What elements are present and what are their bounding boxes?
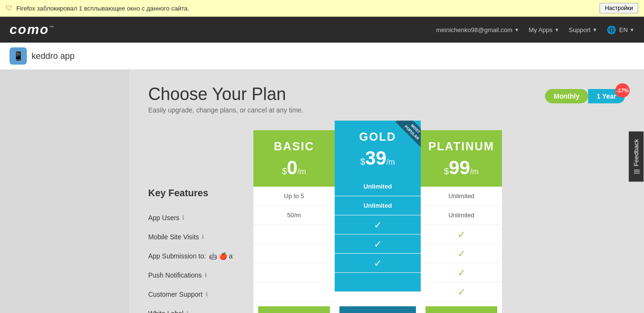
platinum-price: $ 99 /m xyxy=(426,158,497,177)
globe-icon: 🌐 xyxy=(607,25,616,34)
plan-columns: BASIC $ 0 /m Up to 5 50/m xyxy=(253,130,502,313)
customer-support-info-icon[interactable]: ℹ xyxy=(206,291,208,298)
discount-badge: -17% xyxy=(615,83,630,98)
gold-cell-4: ✓ xyxy=(335,254,421,273)
basic-price: $ 0 /m xyxy=(258,158,330,177)
basic-period: /m xyxy=(297,168,306,176)
feature-row-white-label: White Label ℹ xyxy=(148,304,253,313)
gold-amount: 39 xyxy=(365,148,387,168)
feature-row-app-users: App Users ℹ xyxy=(148,208,253,227)
feedback-icon: ||| xyxy=(633,169,640,174)
basic-cell-3 xyxy=(253,244,335,263)
platinum-cell-5: ✓ xyxy=(421,282,502,302)
amazon-icon: a xyxy=(229,252,233,260)
platinum-amount: 99 xyxy=(449,158,470,177)
platinum-plan-name: PLATINUM xyxy=(426,140,497,153)
white-label-info-icon[interactable]: ℹ xyxy=(186,310,189,313)
platinum-cell-3: ✓ xyxy=(421,244,502,263)
basic-cell-1: 50/m xyxy=(253,206,335,225)
go-gold-button[interactable]: GO GOLD xyxy=(339,306,416,313)
store-icons: 🤖 🍎 a xyxy=(209,252,233,260)
content-area: Choose Your Plan Easily upgrade, change … xyxy=(129,70,644,313)
firefox-notification-bar: 🛡 Firefox заблокировал 1 всплывающее окн… xyxy=(0,0,644,17)
basic-cell-2 xyxy=(253,225,335,244)
navbar-language[interactable]: 🌐 EN ▼ xyxy=(607,25,634,34)
monthly-toggle-button[interactable]: Monthly xyxy=(545,89,588,103)
page-header-row: Choose Your Plan Easily upgrade, change … xyxy=(148,84,625,125)
basic-amount: 0 xyxy=(287,158,297,177)
navbar-support[interactable]: Support ▼ xyxy=(569,26,597,34)
navbar-my-apps[interactable]: My Apps ▼ xyxy=(529,26,559,34)
app-header: 📱 keddro app xyxy=(0,43,644,70)
feature-row-push-notifications: Push Notifications ℹ xyxy=(148,266,253,285)
gold-cell-5 xyxy=(335,273,421,292)
basic-footer: GO BASIC xyxy=(253,302,335,313)
firefox-bar-message: 🛡 Firefox заблокировал 1 всплывающее окн… xyxy=(6,4,189,12)
feature-label-app-submission: App Submission to: xyxy=(148,252,206,260)
platinum-cell-0: Unlimited xyxy=(421,187,502,206)
feature-label-push-notifications: Push Notifications xyxy=(148,271,202,279)
navbar-email[interactable]: meinichenko98@gmail.com ▼ xyxy=(436,26,519,34)
push-notifications-info-icon[interactable]: ℹ xyxy=(205,272,207,279)
billing-toggle: Monthly 1 Year -17% xyxy=(545,89,625,103)
logo-text: como™ xyxy=(10,22,55,37)
my-apps-dropdown-arrow: ▼ xyxy=(555,27,559,33)
most-popular-ribbon-container: MOSTPOPULAR xyxy=(390,121,421,152)
apple-icon: 🍎 xyxy=(219,252,227,260)
plan-platinum: PLATINUM $ 99 /m Unlimited Unlimited ✓ ✓… xyxy=(421,130,502,313)
basic-cell-4 xyxy=(253,263,335,282)
features-column: Key Features App Users ℹ Mobile Site Vis… xyxy=(148,130,253,313)
support-dropdown-arrow: ▼ xyxy=(592,27,597,33)
firefox-bar-text: Firefox заблокировал 1 всплывающее окно … xyxy=(16,5,189,12)
logo-tm: ™ xyxy=(49,25,55,30)
mobile-visits-info-icon[interactable]: ℹ xyxy=(202,234,204,240)
feature-row-customer-support: Customer Support ℹ xyxy=(148,285,253,304)
android-icon: 🤖 xyxy=(209,252,217,260)
email-dropdown-arrow: ▼ xyxy=(514,27,519,33)
basic-cell-0: Up to 5 xyxy=(253,187,335,206)
app-users-info-icon[interactable]: ℹ xyxy=(182,214,185,221)
feature-label-app-users: App Users xyxy=(148,214,179,222)
platinum-cell-2: ✓ xyxy=(421,225,502,244)
gold-cell-1: Unlimited xyxy=(335,196,421,215)
platinum-cell-1: Unlimited xyxy=(421,206,502,225)
feature-row-mobile-visits: Mobile Site Visits ℹ xyxy=(148,227,253,246)
app-icon: 📱 xyxy=(10,47,27,65)
navbar-right: meinichenko98@gmail.com ▼ My Apps ▼ Supp… xyxy=(436,25,634,34)
feedback-tab[interactable]: ||| Feedback xyxy=(629,131,644,181)
platinum-cell-4: ✓ xyxy=(421,263,502,282)
plan-basic: BASIC $ 0 /m Up to 5 50/m xyxy=(253,130,335,313)
basic-body: Up to 5 50/m xyxy=(253,187,335,302)
go-basic-button[interactable]: GO BASIC xyxy=(258,306,330,313)
gold-body: Unlimited Unlimited ✓ ✓ ✓ xyxy=(335,177,421,302)
gold-cell-0: Unlimited xyxy=(335,177,421,196)
platinum-dollar: $ xyxy=(444,167,449,177)
main-content: Choose Your Plan Easily upgrade, change … xyxy=(0,70,644,313)
basic-plan-name: BASIC xyxy=(258,140,330,153)
basic-dollar: $ xyxy=(282,167,287,177)
platinum-body: Unlimited Unlimited ✓ ✓ ✓ ✓ xyxy=(421,187,502,302)
sidebar xyxy=(0,70,129,313)
gold-period: /m xyxy=(386,158,395,167)
gold-header: GOLD $ 39 /m MOSTPOPULAR xyxy=(335,121,421,177)
feature-label-mobile-visits: Mobile Site Visits xyxy=(148,233,199,241)
firefox-shield-icon: 🛡 xyxy=(6,4,12,12)
gold-dollar: $ xyxy=(360,157,365,167)
go-platinum-button[interactable]: GO PLATINUM xyxy=(426,306,497,313)
features-section-label: Key Features xyxy=(148,188,253,199)
app-name: keddro app xyxy=(32,51,75,61)
plan-gold: GOLD $ 39 /m MOSTPOPULAR Unlimited xyxy=(335,121,421,313)
page-title: Choose Your Plan xyxy=(148,84,304,104)
platinum-header: PLATINUM $ 99 /m xyxy=(421,130,502,187)
most-popular-ribbon: MOSTPOPULAR xyxy=(395,121,421,149)
plans-wrapper: Key Features App Users ℹ Mobile Site Vis… xyxy=(148,130,625,313)
gold-cell-3: ✓ xyxy=(335,235,421,254)
logo-area: como™ xyxy=(10,22,55,37)
firefox-settings-button[interactable]: Настройки xyxy=(600,3,638,13)
platinum-footer: GO PLATINUM xyxy=(421,302,502,313)
gold-footer: GO GOLD xyxy=(335,302,421,313)
lang-dropdown-arrow: ▼ xyxy=(630,27,634,33)
basic-header: BASIC $ 0 /m xyxy=(253,130,335,187)
navbar: como™ meinichenko98@gmail.com ▼ My Apps … xyxy=(0,17,644,43)
feature-row-app-submission: App Submission to: 🤖 🍎 a xyxy=(148,246,253,266)
